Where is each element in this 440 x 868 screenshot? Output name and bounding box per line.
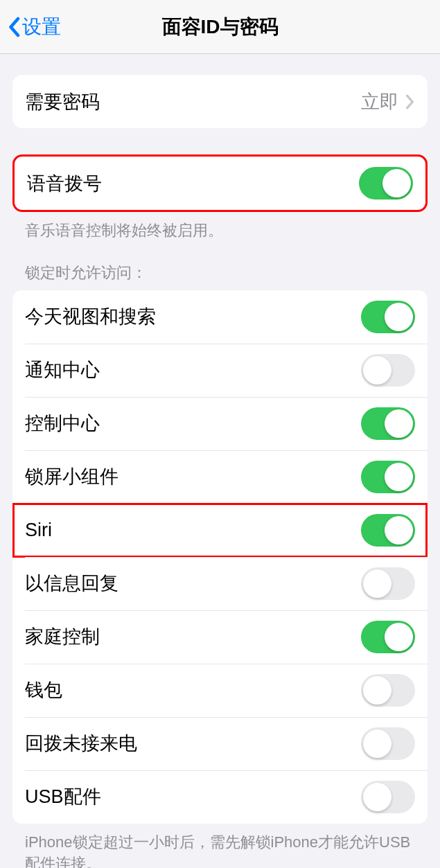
locked-access-label: 家庭控制	[25, 624, 100, 649]
locked-access-switch[interactable]	[361, 727, 415, 760]
require-passcode-row[interactable]: 需要密码 立即	[12, 75, 428, 128]
locked-access-switch[interactable]	[361, 514, 415, 547]
locked-access-row: 回拨未接来电	[12, 717, 428, 770]
back-button[interactable]: 设置	[7, 14, 61, 40]
locked-access-label: 以信息回复	[25, 571, 118, 596]
voice-dial-group: 语音拨号	[12, 154, 428, 212]
locked-access-switch[interactable]	[361, 621, 415, 653]
require-passcode-label: 需要密码	[25, 89, 100, 114]
locked-access-footer: iPhone锁定超过一小时后，需先解锁iPhone才能允许USB配件连接。	[12, 824, 428, 868]
voice-dial-switch[interactable]	[359, 167, 413, 200]
require-passcode-value: 立即	[361, 89, 398, 114]
locked-access-row: 家庭控制	[12, 610, 428, 664]
locked-access-switch[interactable]	[361, 354, 415, 387]
locked-access-label: 锁屏小组件	[25, 464, 118, 489]
locked-access-row: 今天视图和搜索	[12, 290, 428, 344]
locked-access-switch[interactable]	[361, 407, 415, 440]
back-label: 设置	[22, 14, 61, 40]
voice-dial-label: 语音拨号	[27, 171, 102, 196]
locked-access-label: 回拨未接来电	[25, 731, 137, 756]
locked-access-label: 今天视图和搜索	[25, 304, 156, 329]
locked-access-label: Siri	[25, 520, 52, 541]
locked-access-label: 控制中心	[25, 411, 100, 436]
locked-access-row: Siri	[12, 504, 428, 557]
locked-access-row: 锁屏小组件	[12, 450, 428, 504]
locked-access-row: 以信息回复	[12, 557, 428, 610]
locked-access-switch[interactable]	[361, 461, 415, 493]
page-title: 面容ID与密码	[0, 14, 440, 40]
locked-access-group: 今天视图和搜索通知中心控制中心锁屏小组件Siri以信息回复家庭控制钱包回拨未接来…	[12, 290, 428, 824]
locked-access-header: 锁定时允许访问：	[12, 242, 428, 290]
locked-access-row: 控制中心	[12, 397, 428, 450]
locked-access-switch[interactable]	[361, 301, 415, 333]
locked-access-switch[interactable]	[361, 674, 415, 707]
locked-access-row: USB配件	[12, 770, 428, 824]
locked-access-label: USB配件	[25, 784, 101, 809]
locked-access-row: 钱包	[12, 664, 428, 717]
passcode-group: 需要密码 立即	[12, 75, 428, 128]
locked-access-label: 通知中心	[25, 357, 100, 382]
locked-access-label: 钱包	[25, 677, 62, 702]
locked-access-switch[interactable]	[361, 781, 415, 813]
nav-bar: 设置 面容ID与密码	[0, 0, 440, 54]
voice-dial-row: 语音拨号	[15, 157, 425, 210]
locked-access-switch[interactable]	[361, 567, 415, 600]
locked-access-row: 通知中心	[12, 344, 428, 397]
chevron-right-icon	[405, 94, 415, 109]
back-chevron-icon	[7, 17, 21, 37]
voice-dial-footer: 音乐语音控制将始终被启用。	[12, 212, 428, 242]
